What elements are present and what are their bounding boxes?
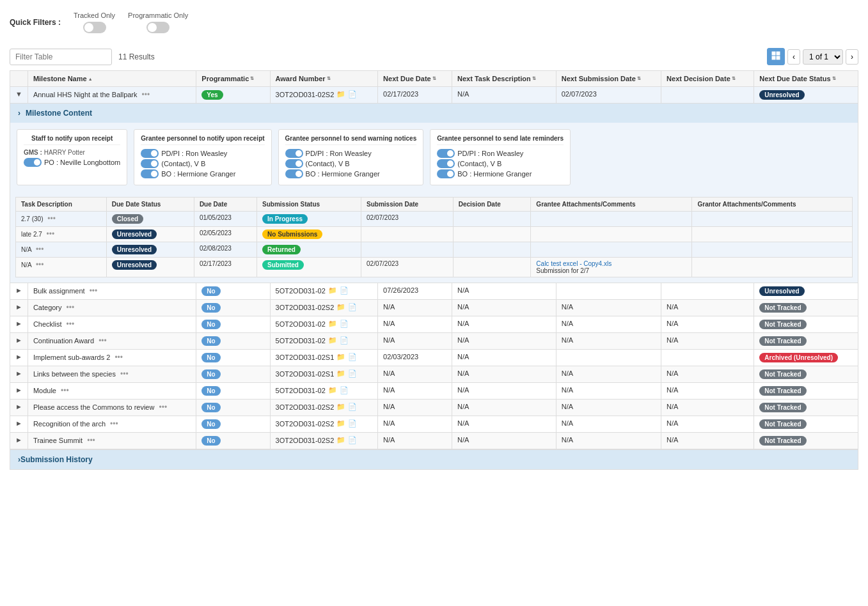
contact-toggle-3[interactable] — [285, 159, 303, 168]
col-next-decision[interactable]: Next Decision Date ⇅ — [661, 71, 754, 87]
dots-impl[interactable]: ••• — [114, 353, 123, 362]
milestone-content-bar[interactable]: › Milestone Content — [10, 104, 858, 123]
expand-button-check[interactable]: ► — [15, 320, 22, 327]
folder-icon-annual[interactable]: 📁 — [336, 90, 345, 98]
expand-button-train[interactable]: ► — [15, 436, 22, 444]
contact-toggle-2[interactable] — [141, 159, 159, 168]
badge-unresolved-bulk: Unresolved — [759, 286, 804, 296]
bo-name-4: BO : Hermione Granger — [457, 170, 532, 178]
status-cont: Not Tracked — [754, 333, 858, 350]
col-next-due-date[interactable]: Next Due Date ⇅ — [378, 71, 452, 87]
contact-toggle-row-4: (Contact), V B — [437, 159, 564, 168]
dots-please[interactable]: ••• — [159, 403, 167, 412]
pdf-icon-mod[interactable]: 📄 — [340, 386, 349, 394]
pdf-icon-impl[interactable]: 📄 — [348, 353, 357, 361]
expand-cell-rec: ► — [10, 416, 28, 433]
pdf-icon-annual[interactable]: 📄 — [348, 90, 357, 98]
sub-due-date-2: 02/05/2023 — [194, 227, 256, 242]
col-programmatic[interactable]: Programmatic ⇅ — [196, 71, 270, 87]
due-links: N/A — [378, 366, 452, 383]
pdpi-toggle-3[interactable] — [285, 149, 303, 158]
expand-button-rec[interactable]: ► — [15, 419, 22, 427]
submission-history-bar[interactable]: › Submission History — [10, 449, 858, 469]
po-toggle[interactable] — [24, 158, 42, 167]
filter-table-input[interactable] — [10, 49, 112, 65]
results-count: 11 Results — [118, 52, 155, 61]
folder-icon-impl[interactable]: 📁 — [336, 353, 345, 361]
col-status[interactable]: Next Due Date Status ⇅ — [754, 71, 858, 87]
expand-button-mod[interactable]: ► — [15, 386, 22, 394]
pagination-controls: ‹ 1 of 1 › — [767, 48, 858, 65]
sub-task-3: N/A ••• — [16, 242, 107, 258]
next-submission-annual: 02/07/2023 — [556, 87, 661, 104]
folder-icon-rec[interactable]: 📁 — [336, 419, 345, 428]
collapse-button-annual[interactable]: ▼ — [15, 90, 22, 98]
pdf-icon-train[interactable]: 📄 — [348, 436, 357, 444]
folder-icon-please[interactable]: 📁 — [336, 403, 345, 411]
dots-1[interactable]: ••• — [47, 214, 56, 223]
sub-decision-4 — [453, 258, 531, 277]
sub-grantor-3 — [692, 242, 853, 258]
expand-button-please[interactable]: ► — [15, 403, 22, 410]
prog-bulk: No — [196, 283, 270, 300]
col-next-submission[interactable]: Next Submission Date ⇅ — [556, 71, 661, 87]
expand-button-cont[interactable]: ► — [15, 336, 22, 344]
dots-links[interactable]: ••• — [120, 369, 129, 378]
dots-3[interactable]: ••• — [36, 245, 44, 254]
tracked-only-toggle[interactable] — [83, 22, 106, 33]
pdf-icon-check[interactable]: 📄 — [340, 320, 349, 328]
sub-col-sub-date: Submission Date — [361, 198, 454, 212]
folder-icon-links[interactable]: 📁 — [336, 369, 345, 378]
folder-icon-check[interactable]: 📁 — [328, 320, 337, 328]
col-next-task[interactable]: Next Task Description ⇅ — [452, 71, 556, 87]
dots-bulk[interactable]: ••• — [90, 286, 98, 295]
bo-name-2: BO : Hermione Granger — [161, 170, 235, 178]
pdf-icon-cat[interactable]: 📄 — [348, 303, 357, 311]
sub-grantor-2 — [692, 227, 853, 242]
bo-toggle-4[interactable] — [437, 169, 455, 178]
dots-train[interactable]: ••• — [87, 436, 95, 445]
dots-4[interactable]: ••• — [36, 260, 44, 269]
sub-grantee-3 — [531, 242, 692, 258]
prev-page-button[interactable]: ‹ — [787, 49, 800, 65]
expand-button-cat[interactable]: ► — [15, 303, 22, 311]
grid-view-button[interactable] — [767, 48, 785, 65]
pdf-icon-cont[interactable]: 📄 — [340, 336, 349, 345]
expand-button-links[interactable]: ► — [15, 369, 22, 377]
pdf-icon-please[interactable]: 📄 — [348, 403, 357, 411]
pdf-icon-rec[interactable]: 📄 — [348, 419, 357, 428]
notif-card-staff: Staff to notify upon receipt GMS : HARRY… — [17, 129, 127, 185]
pdf-icon-links[interactable]: 📄 — [348, 369, 357, 378]
dots-2[interactable]: ••• — [47, 229, 55, 238]
pdpi-toggle-4[interactable] — [437, 149, 455, 158]
submission-cat: N/A — [556, 300, 661, 316]
grantee-attach-link[interactable]: Calc test excel - Copy4.xls — [536, 260, 612, 267]
expand-button-bulk[interactable]: ► — [15, 286, 22, 294]
sort-arrows-programmatic: ⇅ — [250, 76, 254, 81]
dots-mod[interactable]: ••• — [61, 386, 69, 395]
pdf-icon-bulk[interactable]: 📄 — [340, 286, 349, 295]
dots-rec[interactable]: ••• — [110, 419, 118, 428]
col-award-number[interactable]: Award Number ⇅ — [270, 71, 378, 87]
folder-icon-mod[interactable]: 📁 — [328, 386, 337, 394]
pdpi-toggle-2[interactable] — [141, 149, 159, 158]
next-page-button[interactable]: › — [846, 49, 858, 65]
dots-cat[interactable]: ••• — [67, 303, 75, 312]
col-milestone-name[interactable]: Milestone Name ▲ — [28, 71, 196, 87]
milestone-dots-annual[interactable]: ••• — [142, 90, 150, 99]
contact-toggle-4[interactable] — [437, 159, 455, 168]
decision-impl — [661, 350, 754, 366]
folder-icon-cat[interactable]: 📁 — [336, 303, 345, 311]
dots-check[interactable]: ••• — [67, 320, 75, 329]
programmatic-annual: Yes — [196, 87, 270, 104]
folder-icon-train[interactable]: 📁 — [336, 436, 345, 444]
folder-icon-bulk[interactable]: 📁 — [328, 286, 337, 295]
page-select[interactable]: 1 of 1 — [803, 49, 843, 65]
bo-toggle-3[interactable] — [285, 169, 303, 178]
prog-cat: No — [196, 300, 270, 316]
programmatic-only-toggle[interactable] — [146, 22, 170, 33]
dots-cont[interactable]: ••• — [99, 336, 107, 345]
bo-toggle-2[interactable] — [141, 169, 159, 178]
expand-button-impl[interactable]: ► — [15, 353, 22, 361]
folder-icon-cont[interactable]: 📁 — [328, 336, 337, 345]
